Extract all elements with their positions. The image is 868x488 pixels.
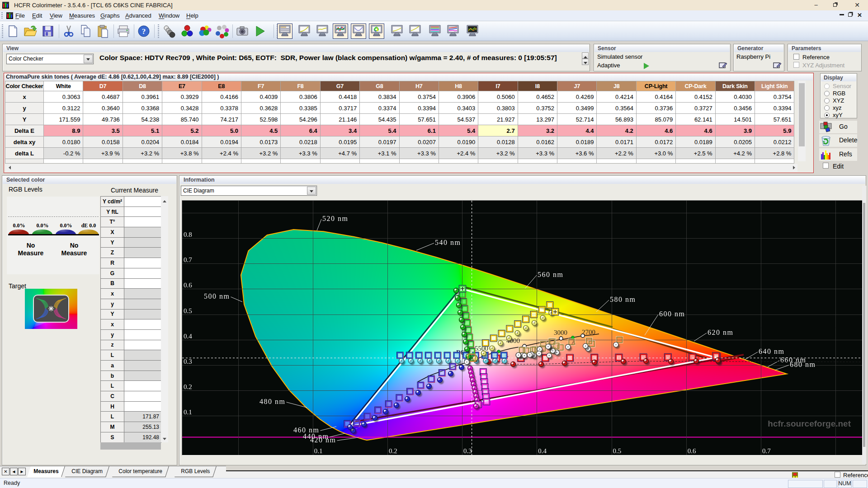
svg-text:?: ? <box>142 27 146 36</box>
